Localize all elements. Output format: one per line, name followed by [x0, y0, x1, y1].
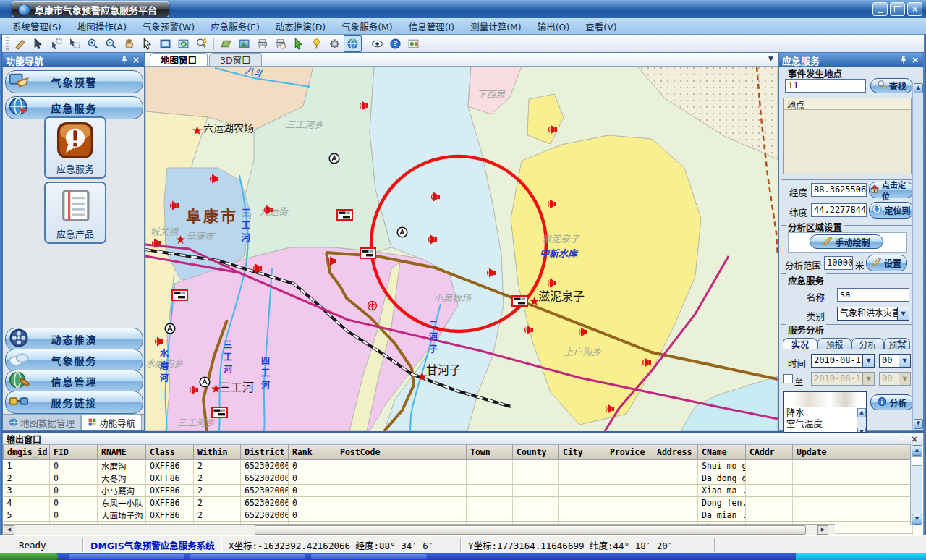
find-button[interactable]: 查找 [870, 78, 913, 93]
tab-功能导航[interactable]: 功能导航 [81, 415, 142, 430]
column-header-Provice[interactable]: Provice [606, 445, 653, 460]
sidebar-item-气象预警[interactable]: 气象预警 [5, 70, 143, 93]
element-listbox[interactable]: 降水空气温度 ▲▼ [783, 391, 867, 433]
scrollbar-thumb[interactable] [255, 525, 806, 535]
menu-item[interactable]: 系统管理(S) [4, 18, 69, 35]
scroll-left-icon[interactable]: ◀ [4, 525, 14, 535]
menu-item[interactable]: 测量计算(M) [462, 18, 530, 35]
scroll-down-icon[interactable]: ▼ [912, 514, 922, 525]
help-icon[interactable]: ? [386, 35, 404, 52]
tab-实况[interactable]: 实况 [783, 338, 817, 349]
location-search-input[interactable]: 11 [785, 79, 866, 93]
gear-icon[interactable] [326, 35, 344, 52]
minimize-button[interactable] [872, 2, 888, 16]
os-taskbar[interactable] [0, 553, 926, 560]
scroll-right-icon[interactable]: ▶ [817, 525, 828, 535]
column-header-Update[interactable]: Update [793, 445, 913, 460]
listbox-scrollbar[interactable]: ▲▼ [857, 408, 866, 432]
date2-select[interactable]: 2010-08-13▼ [811, 372, 875, 386]
globe-icon[interactable] [344, 35, 362, 52]
tab-3d-window[interactable]: 3D窗口 [209, 53, 262, 66]
table-row[interactable]: 30小马厩沟OXFF8626523020000Xiao ma ... [4, 485, 913, 497]
measure-icon[interactable] [12, 35, 30, 52]
shortcut-应急服务[interactable]: 应急服务 [44, 116, 106, 179]
close-button[interactable]: × [907, 2, 922, 16]
menu-item[interactable]: 动态推演(D) [268, 18, 334, 35]
horizontal-scrollbar[interactable]: ◀ ▶ [3, 524, 835, 535]
column-header-dmgis_id[interactable]: dmgis_id [4, 445, 50, 460]
service-name-input[interactable]: sa [837, 288, 909, 302]
column-header-PostCode[interactable]: PostCode [336, 445, 467, 460]
column-header-CAddr[interactable]: CAddr [746, 445, 793, 460]
scroll-down-icon[interactable]: ▼ [914, 419, 923, 429]
close-icon[interactable]: × [131, 55, 141, 65]
pin-icon[interactable] [119, 55, 129, 65]
menu-item[interactable]: 地图操作(A) [69, 18, 135, 35]
chevron-down-icon[interactable]: ▼ [899, 355, 910, 367]
tab-分析[interactable]: 分析 [851, 338, 884, 349]
service-type-select[interactable]: 气象和洪水灾害▼ [837, 307, 909, 321]
restore-button[interactable] [890, 2, 905, 16]
table-row[interactable]: 50大面场子沟OXFF8626523020000Da mian ... [4, 509, 913, 522]
column-header-RNAME[interactable]: RNAME [98, 445, 146, 460]
column-header-Within[interactable]: Within [194, 445, 241, 460]
close-icon[interactable]: × [910, 55, 920, 65]
map-canvas[interactable]: 八斗下西泉六运湖农场三工河乡九运街阜康市城关镇阜康市滋泥泉子中新水库滋泥泉子小泉… [145, 67, 778, 431]
pin-icon[interactable] [898, 55, 908, 65]
analyze-button[interactable]: 分析 [870, 394, 914, 410]
scene-icon[interactable] [404, 35, 422, 52]
refresh-icon[interactable] [174, 35, 192, 52]
location-result-list[interactable]: 地点 [783, 98, 912, 174]
sidebar-item-服务链接[interactable]: 服务链接 [5, 391, 143, 414]
latitude-input[interactable]: 44.2277844 [811, 203, 867, 217]
select-area-icon[interactable] [66, 35, 84, 52]
hour-select[interactable]: 00▼ [879, 354, 911, 368]
menu-item[interactable]: 查看(V) [577, 18, 624, 35]
manual-draw-button[interactable]: 手动绘制 [810, 234, 883, 249]
chevron-down-icon[interactable]: ▼ [768, 55, 773, 62]
date-select[interactable]: 2010-08-13▼ [811, 354, 875, 368]
select-box-icon[interactable] [48, 35, 66, 52]
menu-item[interactable]: 气象服务(M) [334, 18, 401, 35]
column-header-District[interactable]: District [241, 445, 289, 460]
scroll-up-icon[interactable]: ▲ [914, 83, 923, 93]
chevron-down-icon[interactable]: ▼ [862, 355, 874, 367]
to-date-checkbox[interactable] [783, 374, 793, 383]
eye-icon[interactable] [368, 35, 386, 52]
set-range-button[interactable]: 设置 [866, 255, 907, 271]
tab-map-window[interactable]: 地图窗口 [150, 53, 208, 66]
list-item[interactable]: 空气温度 [784, 418, 866, 429]
menu-item[interactable]: 输出(O) [530, 18, 578, 35]
column-header-Rank[interactable]: Rank [289, 445, 336, 460]
click-locate-button[interactable]: 点击定位 [869, 182, 914, 198]
print-icon[interactable] [253, 35, 271, 52]
column-header-County[interactable]: County [513, 445, 559, 460]
zoom-query-icon[interactable] [192, 35, 211, 52]
locate-to-button[interactable]: 定位到 [869, 202, 914, 219]
select-icon[interactable] [30, 35, 48, 52]
vertical-scrollbar[interactable]: ▲ ▼ [910, 444, 922, 525]
list-item[interactable]: 降水 [784, 407, 866, 418]
panel-scrollbar[interactable]: ▲ ▼ [912, 82, 922, 430]
menu-item[interactable]: 信息管理(I) [401, 18, 462, 35]
longitude-input[interactable]: 88.3625506 [811, 183, 867, 197]
scrollbar-thumb[interactable] [912, 456, 922, 466]
column-header-CName[interactable]: CName [698, 445, 746, 460]
picker-green-icon[interactable] [289, 35, 307, 52]
column-header-City[interactable]: City [559, 445, 606, 460]
tab-地图数据管理[interactable]: 地图数据管理 [3, 415, 81, 430]
pin-icon[interactable] [897, 434, 907, 444]
start-button[interactable] [0, 553, 58, 560]
close-icon[interactable]: × [909, 434, 919, 444]
scroll-up-icon[interactable]: ▲ [857, 408, 866, 417]
table-row[interactable]: 40东风一小队OXFF8626523020000Dong fen... [4, 497, 913, 509]
toolbar-grip[interactable] [6, 37, 9, 50]
column-header-Town[interactable]: Town [467, 445, 513, 460]
placemark-icon[interactable] [307, 35, 326, 52]
analysis-range-input[interactable]: 10000 [824, 256, 853, 270]
tab-scroll-right-icon[interactable]: ▶ [904, 339, 907, 344]
window-icon[interactable] [156, 35, 174, 52]
export-image-icon[interactable] [235, 35, 253, 52]
table-row[interactable]: 10水磨沟OXFF8626523020000Shui mo gou [4, 460, 913, 472]
menu-item[interactable]: 应急服务(E) [203, 18, 268, 35]
